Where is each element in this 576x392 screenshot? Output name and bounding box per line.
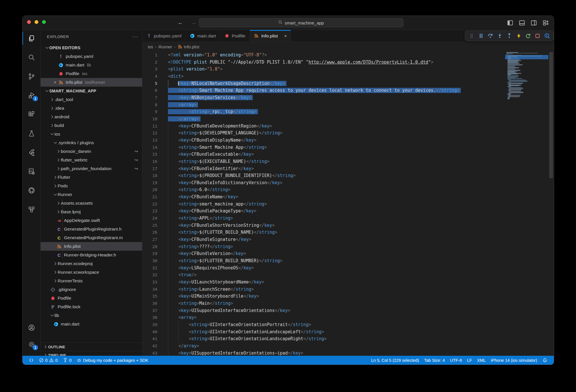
workspace-header[interactable]: SMART_MACHINE_APP bbox=[41, 87, 142, 95]
tree-item-Podfile[interactable]: Podfile bbox=[41, 294, 142, 302]
code-line-21[interactable]: 21 <key>CFBundleName</key> bbox=[142, 193, 554, 201]
code-line-42[interactable]: 42 </array> bbox=[142, 342, 554, 350]
activity-bar-item-code-runner[interactable] bbox=[24, 164, 38, 178]
activity-bar-item-accounts[interactable] bbox=[24, 321, 38, 334]
tab-Podfile[interactable]: Podfile bbox=[220, 30, 250, 42]
layout-customize-icon[interactable] bbox=[542, 19, 549, 26]
tree-item-.gitignore[interactable]: .gitignore bbox=[41, 285, 142, 294]
code-line-4[interactable]: 4<dict> bbox=[142, 73, 554, 80]
open-editor-main.dart[interactable]: main.dartlib bbox=[41, 61, 142, 69]
activity-bar-item-settings[interactable]: 1 bbox=[24, 337, 38, 351]
tree-item-Pods[interactable]: Pods bbox=[41, 182, 142, 190]
code-line-18[interactable]: 18 <string>$(PRODUCT_BUNDLE_IDENTIFIER)<… bbox=[142, 172, 554, 179]
debug-pause-button[interactable] bbox=[477, 32, 485, 40]
tree-item-bonsoir_darwin[interactable]: bonsoir_darwin ↪ bbox=[41, 147, 142, 156]
code-line-27[interactable]: 27 <key>CFBundleSignature</key> bbox=[142, 236, 554, 243]
code-line-22[interactable]: 22 <string>smart_machine_app</string> bbox=[142, 201, 554, 208]
code-line-41[interactable]: 41 <string>UIInterfaceOrientationLandsca… bbox=[142, 335, 554, 342]
code-line-19[interactable]: 19 <key>CFBundleInfoDictionaryVersion</k… bbox=[142, 179, 554, 187]
code-line-23[interactable]: 23 <key>CFBundlePackageType</key> bbox=[142, 208, 554, 215]
tree-item-GeneratedPluginRegistrant.m[interactable]: C GeneratedPluginRegistrant.m bbox=[41, 233, 142, 242]
code-line-15[interactable]: 15 <key>CFBundleExecutable</key> bbox=[142, 151, 554, 158]
code-line-20[interactable]: 20 <string>6.0</string> bbox=[142, 186, 554, 193]
code-line-3[interactable]: 3<plist version="1.0"> bbox=[142, 66, 554, 73]
tree-item-build[interactable]: build bbox=[41, 121, 142, 130]
statusbar-ln-5-col-5-229-selected-[interactable]: Ln 5, Col 5 (229 selected) bbox=[369, 356, 422, 365]
code-line-40[interactable]: 40 <string>UIInterfaceOrientationLandsca… bbox=[142, 328, 554, 336]
code-editor[interactable]: 1<?xml version="1.0" encoding="UTF-8"?>2… bbox=[142, 52, 554, 356]
code-line-32[interactable]: 32 <true/> bbox=[142, 271, 554, 279]
minimap[interactable] bbox=[505, 52, 548, 356]
layout-panel-icon[interactable] bbox=[518, 19, 526, 26]
code-line-34[interactable]: 34 <string>LaunchScreen</string> bbox=[142, 286, 554, 293]
breadcrumb-item-Runner[interactable]: Runner bbox=[158, 45, 172, 49]
activity-bar-item-search[interactable] bbox=[24, 50, 38, 64]
editor-scrollbar[interactable] bbox=[548, 52, 554, 356]
tree-item-Runner[interactable]: Runner bbox=[41, 190, 142, 199]
debug-widget-inspector-button[interactable] bbox=[543, 32, 551, 40]
code-line-33[interactable]: 33 <key>UILaunchStoryboardName</key> bbox=[142, 279, 554, 286]
activity-bar-item-github[interactable] bbox=[24, 183, 38, 197]
code-line-39[interactable]: 39 <string>UIInterfaceOrientationPortrai… bbox=[142, 321, 554, 328]
activity-bar-item-testing[interactable] bbox=[24, 126, 38, 140]
code-line-9[interactable]: 9 <string>_rpc._tcp</string> bbox=[142, 108, 554, 115]
tree-item-Runner.xcworkspace[interactable]: Runner.xcworkspace bbox=[41, 268, 142, 277]
tree-item-Runner.xcodeproj[interactable]: Runner.xcodeproj bbox=[41, 259, 142, 268]
tab-Info.plist[interactable]: Info.plist × bbox=[250, 30, 291, 42]
statusbar-tab-size-4[interactable]: Tab Size: 4 bbox=[422, 356, 447, 365]
code-line-5[interactable]: 5 <key>NSLocalNetworkUsageDescription</k… bbox=[142, 80, 554, 87]
code-line-13[interactable]: 13 <key>CFBundleDisplayName</key> bbox=[142, 137, 554, 144]
code-line-31[interactable]: 31 <key>LSRequiresIPhoneOS</key> bbox=[142, 264, 554, 272]
tree-item-RunnerTests[interactable]: RunnerTests bbox=[41, 277, 142, 285]
code-line-37[interactable]: 37 <key>UISupportedInterfaceOrientations… bbox=[142, 307, 554, 314]
breadcrumb-item-ios[interactable]: ios bbox=[148, 45, 153, 49]
forward-arrow-icon[interactable]: → bbox=[190, 18, 197, 27]
activity-bar-item-project-hub[interactable] bbox=[24, 202, 38, 216]
code-line-36[interactable]: 36 <string>Main</string> bbox=[142, 300, 554, 307]
debug-drag-handle-button[interactable] bbox=[467, 32, 475, 40]
scrollbar-thumb[interactable] bbox=[549, 52, 553, 178]
breadcrumb-item-Info.plist[interactable]: Info.plist bbox=[177, 44, 199, 49]
code-line-43[interactable]: 43 <key>UISupportedInterfaceOrientations… bbox=[142, 350, 554, 356]
tab-main.dart[interactable]: main.dart bbox=[186, 30, 220, 42]
tree-item-GeneratedPluginRegistrant.h[interactable]: C GeneratedPluginRegistrant.h bbox=[41, 225, 142, 233]
debug-step-into-button[interactable] bbox=[496, 32, 504, 40]
tree-item-.dart_tool[interactable]: .dart_tool bbox=[41, 95, 142, 104]
activity-bar-item-extensions[interactable] bbox=[24, 107, 38, 121]
tree-item-Podfile.lock[interactable]: Podfile.lock bbox=[41, 302, 142, 311]
tree-item-Base.lproj[interactable]: Base.lproj bbox=[41, 208, 142, 216]
command-center-search[interactable]: smart_machine_app bbox=[199, 18, 403, 27]
code-line-29[interactable]: 29 <key>CFBundleVersion</key> bbox=[142, 250, 554, 257]
minimize-window-button[interactable] bbox=[35, 20, 38, 24]
debug-stop-button[interactable] bbox=[534, 32, 542, 40]
explorer-actions-button[interactable]: ··· bbox=[132, 34, 138, 40]
layout-sidebar-right-icon[interactable] bbox=[530, 19, 537, 26]
code-line-16[interactable]: 16 <string>$(EXECUTABLE_NAME)</string> bbox=[142, 158, 554, 165]
breadcrumb[interactable]: ios›Runner›Info.plist bbox=[142, 42, 554, 52]
open-editor-pubspec.yaml[interactable]: !pubspec.yaml bbox=[41, 52, 142, 61]
code-line-6[interactable]: 6 <string>Smart Machine App requires acc… bbox=[142, 87, 554, 94]
statusbar-remote[interactable] bbox=[26, 356, 36, 365]
statusbar-problems[interactable]: 00 bbox=[36, 356, 60, 365]
tree-item-ios[interactable]: ios bbox=[41, 130, 142, 138]
tree-item-main.dart[interactable]: main.dart bbox=[41, 320, 142, 328]
debug-step-over-button[interactable] bbox=[486, 32, 494, 40]
code-line-10[interactable]: 10 </array> bbox=[142, 115, 554, 123]
tree-item-android[interactable]: android bbox=[41, 113, 142, 121]
code-line-17[interactable]: 17 <key>CFBundleIdentifier</key> bbox=[142, 165, 554, 172]
activity-bar-item-flutter[interactable] bbox=[24, 145, 38, 159]
code-line-24[interactable]: 24 <string>APPL</string> bbox=[142, 215, 554, 222]
tree-item-flutter_webrtc[interactable]: flutter_webrtc ↪ bbox=[41, 156, 142, 164]
statusbar-bell[interactable] bbox=[540, 356, 550, 365]
tree-item-lib[interactable]: lib bbox=[41, 311, 142, 320]
back-arrow-icon[interactable]: ← bbox=[177, 18, 184, 27]
tab-pubspec.yaml[interactable]: ! pubspec.yaml bbox=[142, 30, 186, 42]
code-line-1[interactable]: 1<?xml version="1.0" encoding="UTF-8"?> bbox=[142, 52, 554, 59]
statusbar-debug-config[interactable]: Debug my code + packages + SDK bbox=[74, 356, 151, 365]
close-icon[interactable]: × bbox=[52, 80, 58, 85]
statusbar-xml[interactable]: XML bbox=[475, 356, 488, 365]
code-line-25[interactable]: 25 <key>CFBundleShortVersionString</key> bbox=[142, 222, 554, 229]
statusbar-iphone-14-ios-simulator-[interactable]: iPhone 14 (ios simulator) bbox=[488, 356, 540, 365]
activity-bar-item-explorer[interactable] bbox=[24, 31, 38, 45]
tree-item-Flutter[interactable]: Flutter bbox=[41, 173, 142, 182]
